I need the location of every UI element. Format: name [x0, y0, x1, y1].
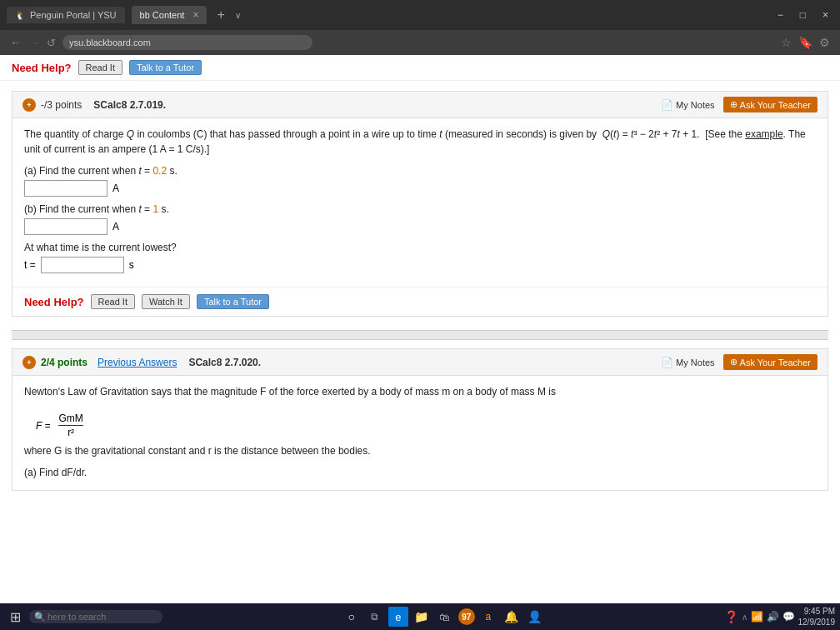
taskbar-clock: 9:45 PM 12/9/2019	[798, 606, 836, 628]
problem-1-header-actions: 📄 My Notes ⊕ Ask Your Teacher	[661, 97, 818, 112]
address-bar: ← → ↺ ☆ 🔖 ⚙	[0, 30, 840, 55]
problem-2-points: 2/4 points	[41, 357, 88, 368]
tab-chevron-icon[interactable]: ∨	[235, 11, 241, 20]
tab-bb-content[interactable]: bb Content ×	[132, 6, 208, 24]
problem-1-body: The quantity of charge Q in coulombs (C)…	[12, 118, 828, 287]
file-explorer-icon[interactable]: 📁	[412, 607, 432, 627]
plus-circle-icon-2: ⊕	[730, 357, 738, 368]
main-content-area: + -/3 points SCalc8 2.7.019. 📄 My Notes …	[0, 81, 840, 601]
taskbar-network-icon[interactable]: 📶	[751, 611, 763, 622]
taskbar-volume-icon[interactable]: 🔊	[767, 611, 779, 622]
taskbar-notifications-icon[interactable]: 💬	[782, 611, 795, 622]
taskbar-date: 12/9/2019	[798, 617, 836, 628]
points-circle-2: +	[22, 356, 36, 369]
part-c-input[interactable]	[41, 257, 124, 273]
tab-penguin-portal[interactable]: 🐧 Penguin Portal | YSU	[7, 7, 125, 23]
edge-browser-icon[interactable]: e	[388, 607, 408, 627]
refresh-icon[interactable]: ↺	[47, 37, 56, 49]
notes-doc-icon-2: 📄	[661, 357, 673, 368]
bookmark-icon[interactable]: 🔖	[798, 36, 812, 49]
part-c-prefix: t =	[24, 259, 36, 271]
close-window-icon[interactable]: ×	[818, 9, 833, 21]
browser-tab-bar: 🐧 Penguin Portal | YSU bb Content × + ∨ …	[0, 0, 840, 30]
taskbar-time: 9:45 PM	[798, 606, 836, 617]
start-button[interactable]: ⊞	[5, 608, 26, 627]
problem-1-description: The quantity of charge Q in coulombs (C)…	[24, 127, 816, 157]
part-c-unit: s	[129, 259, 134, 271]
problem-1-id: SCalc8 2.7.019.	[93, 99, 166, 111]
problem-1-points: -/3 points	[41, 99, 82, 111]
watch-it-button[interactable]: Watch It	[142, 294, 190, 309]
star-icon[interactable]: ☆	[781, 36, 792, 49]
need-help-top-label: Need Help?	[12, 62, 72, 74]
minimize-icon[interactable]: −	[772, 9, 788, 21]
problem-2-part-a-label: (a) Find dF/dr.	[24, 467, 816, 478]
part-a-unit: A	[112, 182, 119, 194]
plus-circle-icon-1: ⊕	[730, 99, 738, 110]
part-b-label: (b) Find the current when t = 1 s.	[24, 203, 816, 215]
problem-2-where-text: where G is the gravitational constant an…	[24, 443, 816, 458]
talk-to-tutor-top-button[interactable]: Talk to a Tutor	[129, 60, 202, 75]
part-c-label: At what time is the current lowest?	[24, 242, 816, 253]
part-a-input[interactable]	[24, 180, 108, 197]
taskbar-help-icon[interactable]: ❓	[724, 610, 738, 623]
problem-2-points-info: + 2/4 points Previous Answers SCalc8 2.7…	[22, 356, 261, 369]
formula-numerator: GmM	[58, 412, 82, 426]
taskbar-right: ❓ ∧ 📶 🔊 💬 9:45 PM 12/9/2019	[724, 606, 836, 628]
taskbar: ⊞ 🔍 ○ ⧉ e 📁 🛍 97 a 🔔 👤 ❓ ∧ 📶 🔊 💬 9:45 PM…	[0, 603, 840, 630]
formula-denominator: r²	[58, 426, 82, 438]
add-tab-button[interactable]: +	[213, 8, 228, 22]
problem-1-header: + -/3 points SCalc8 2.7.019. 📄 My Notes …	[12, 92, 828, 118]
talk-to-tutor-bottom-button[interactable]: Talk to a Tutor	[197, 294, 269, 309]
part-a-input-row: A	[24, 180, 816, 197]
previous-answers-link[interactable]: Previous Answers	[98, 357, 177, 368]
taskbar-up-icon[interactable]: ∧	[742, 612, 748, 622]
taskbar-left: ⊞ 🔍	[5, 608, 162, 627]
notification-counter[interactable]: 97	[458, 608, 475, 625]
tab-label-2: bb Content	[140, 10, 185, 20]
maximize-icon[interactable]: □	[795, 9, 811, 21]
amazon-icon[interactable]: a	[478, 607, 498, 627]
problem-1-section: + -/3 points SCalc8 2.7.019. 📄 My Notes …	[12, 91, 828, 317]
section-divider	[12, 330, 828, 340]
notes-doc-icon: 📄	[661, 99, 673, 111]
problem-2-header: + 2/4 points Previous Answers SCalc8 2.7…	[12, 349, 828, 376]
task-view-icon[interactable]: ⧉	[365, 607, 385, 627]
tab-close-icon[interactable]: ×	[192, 9, 198, 21]
need-help-top-bar: Need Help? Read It Talk to a Tutor	[0, 55, 840, 81]
problem-2-id: SCalc8 2.7.020.	[188, 357, 261, 368]
problem-2-body: Newton's Law of Gravitation says that th…	[12, 376, 828, 490]
tab-label-1: Penguin Portal | YSU	[30, 10, 117, 20]
settings-icon[interactable]: ⚙	[819, 36, 830, 49]
part-a-label: (a) Find the current when t = 0.2 s.	[24, 165, 816, 177]
my-notes-button-1[interactable]: 📄 My Notes	[661, 99, 714, 111]
problem-1-points-info: + -/3 points SCalc8 2.7.019.	[22, 98, 166, 112]
taskbar-search-input[interactable]	[29, 610, 162, 623]
part-c-input-row: t = s	[24, 257, 816, 273]
my-notes-button-2[interactable]: 📄 My Notes	[661, 357, 714, 368]
points-circle-1: +	[22, 98, 36, 112]
gravity-formula-fraction: GmM r²	[58, 412, 82, 438]
part-b-t-value: 1	[152, 203, 158, 215]
address-input[interactable]	[62, 35, 312, 50]
back-icon[interactable]: ←	[10, 36, 22, 49]
people-icon[interactable]: 👤	[525, 607, 545, 627]
store-icon[interactable]: 🛍	[435, 607, 455, 627]
gravity-formula-block: F = GmM r²	[24, 408, 816, 443]
read-it-top-button[interactable]: Read It	[78, 60, 122, 75]
page-content: Need Help? Read It Talk to a Tutor + -/3…	[0, 55, 840, 603]
read-it-bottom-button[interactable]: Read It	[91, 294, 135, 309]
taskbar-center: ○ ⧉ e 📁 🛍 97 a 🔔 👤	[342, 607, 545, 627]
forward-icon[interactable]: →	[28, 36, 40, 49]
ask-teacher-button-1[interactable]: ⊕ Ask Your Teacher	[723, 97, 818, 112]
cortana-icon[interactable]: ○	[342, 607, 362, 627]
formula-F-label: F =	[36, 420, 50, 432]
part-b-unit: A	[112, 221, 119, 232]
part-b-input-row: A	[24, 218, 816, 235]
part-a-t-value: 0.2	[152, 165, 167, 177]
need-help-bottom-label: Need Help?	[24, 296, 84, 308]
alert-icon[interactable]: 🔔	[502, 607, 522, 627]
part-b-input[interactable]	[24, 218, 108, 235]
ask-teacher-button-2[interactable]: ⊕ Ask Your Teacher	[723, 354, 818, 370]
need-help-bottom-bar: Need Help? Read It Watch It Talk to a Tu…	[12, 287, 828, 316]
